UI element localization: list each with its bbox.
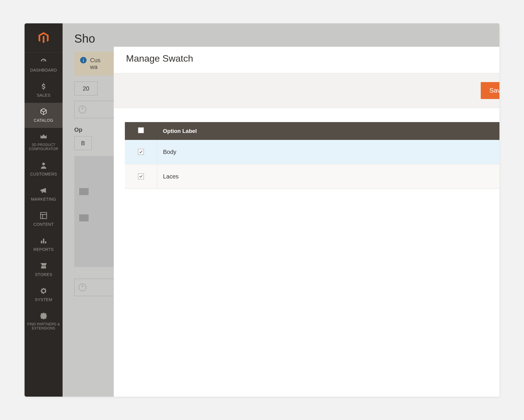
select-all-checkbox[interactable] xyxy=(138,127,144,133)
col-option-label: Option Label xyxy=(157,122,499,140)
crown-icon xyxy=(39,133,48,141)
sidebar-item-stores[interactable]: STORES xyxy=(25,257,63,282)
layout-icon xyxy=(39,211,48,220)
table-row[interactable]: Body xyxy=(125,140,499,164)
svg-rect-1 xyxy=(41,213,47,219)
sidebar-item-dashboard[interactable]: DASHBOARD xyxy=(25,53,63,78)
sidebar-item-label: MARKETING xyxy=(31,197,56,202)
swatch-table: Option Label Body xyxy=(125,122,499,189)
sidebar-item-3dconfigurator[interactable]: 3D PRODUCT CONFIGURATOR xyxy=(25,128,63,157)
sidebar-item-label: SALES xyxy=(37,93,51,98)
modal-title: Manage Swatch xyxy=(126,53,193,64)
bars-icon xyxy=(39,237,48,245)
sidebar-item-label: CUSTOMERS xyxy=(30,172,57,176)
swatch-rows: Body Laces xyxy=(125,140,499,189)
row-label: Body xyxy=(157,140,499,164)
sidebar-item-label: FIND PARTNERS & EXTENSIONS xyxy=(26,322,61,331)
sidebar-item-sales[interactable]: SALES xyxy=(25,78,63,103)
modal-content: Option Label Body xyxy=(114,108,499,200)
dollar-icon xyxy=(39,82,48,91)
sidebar-item-label: DASHBOARD xyxy=(30,68,57,72)
admin-window: DASHBOARD SALES CATALOG 3D PRODUCT CONFI… xyxy=(25,23,499,397)
puzzle-icon xyxy=(39,312,48,320)
sidebar-item-label: 3D PRODUCT CONFIGURATOR xyxy=(26,143,61,151)
sidebar-item-content[interactable]: CONTENT xyxy=(25,207,63,232)
manage-swatch-modal: Manage Swatch Save xyxy=(114,47,499,397)
admin-sidebar: DASHBOARD SALES CATALOG 3D PRODUCT CONFI… xyxy=(25,23,63,397)
svg-rect-4 xyxy=(45,241,46,243)
sidebar-item-reports[interactable]: REPORTS xyxy=(25,232,63,257)
magento-logo-icon xyxy=(37,31,50,45)
sidebar-item-customers[interactable]: CUSTOMERS xyxy=(25,157,63,182)
sidebar-item-system[interactable]: SYSTEM xyxy=(25,282,63,307)
col-checkbox xyxy=(125,122,157,140)
svg-rect-3 xyxy=(43,239,44,243)
storefront-icon xyxy=(39,262,48,270)
row-checkbox[interactable] xyxy=(138,173,144,179)
svg-point-0 xyxy=(42,163,45,165)
modal-header: Manage Swatch xyxy=(114,47,499,73)
gear-icon xyxy=(39,287,48,295)
sidebar-item-catalog[interactable]: CATALOG xyxy=(25,103,63,128)
modal-toolbar: Save xyxy=(114,73,499,108)
row-label: Laces xyxy=(157,164,499,189)
sidebar-item-label: CONTENT xyxy=(33,222,54,227)
megaphone-icon xyxy=(39,186,48,195)
sidebar-item-label: STORES xyxy=(35,272,52,277)
gauge-icon xyxy=(39,57,48,65)
svg-rect-2 xyxy=(41,241,42,243)
box-icon xyxy=(39,107,48,116)
sidebar-item-label: REPORTS xyxy=(33,247,54,252)
save-button[interactable]: Save xyxy=(481,82,499,99)
sidebar-item-marketing[interactable]: MARKETING xyxy=(25,182,63,207)
magento-logo xyxy=(25,23,63,53)
sidebar-item-label: CATALOG xyxy=(34,118,54,123)
sidebar-item-label: SYSTEM xyxy=(35,297,52,302)
sidebar-item-partners[interactable]: FIND PARTNERS & EXTENSIONS xyxy=(25,307,63,336)
row-checkbox[interactable] xyxy=(138,149,144,155)
person-icon xyxy=(39,161,48,169)
table-row[interactable]: Laces xyxy=(125,164,499,189)
